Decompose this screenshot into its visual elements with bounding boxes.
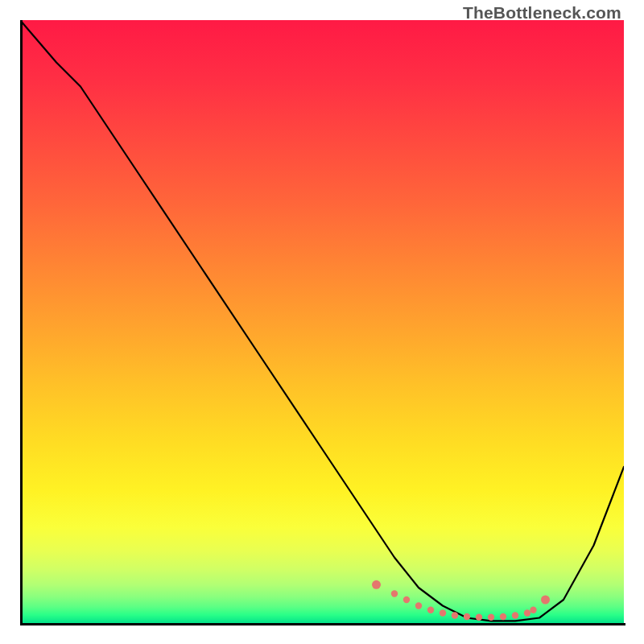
bottleneck-curve	[20, 20, 624, 621]
flat-dot	[500, 613, 506, 620]
flat-dot	[524, 609, 530, 616]
flat-dot	[391, 590, 398, 597]
flat-dot	[541, 596, 550, 605]
flat-dot	[512, 612, 518, 618]
flat-dot	[372, 580, 381, 589]
flat-dot	[488, 614, 494, 621]
flat-dot	[452, 612, 458, 618]
flat-dot	[530, 607, 536, 613]
flat-dot	[464, 613, 470, 620]
y-axis	[20, 20, 23, 625]
flat-dot	[440, 609, 446, 616]
flat-dot	[427, 607, 434, 613]
chart-container: TheBottleneck.com	[0, 0, 644, 644]
x-axis	[20, 623, 625, 625]
flat-dot	[476, 614, 482, 621]
flat-dot	[403, 597, 410, 603]
flat-dot	[415, 602, 422, 609]
plot-area	[20, 20, 624, 624]
curve-layer	[20, 20, 624, 624]
